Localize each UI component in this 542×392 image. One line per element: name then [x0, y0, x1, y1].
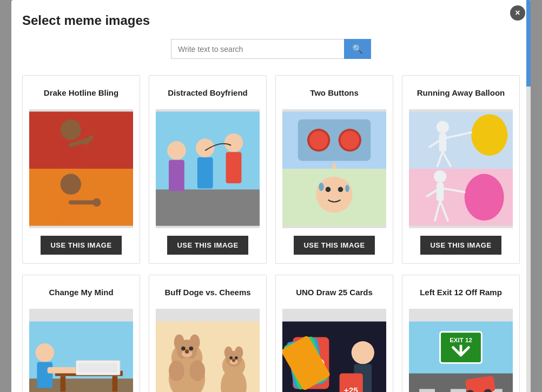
meme-card-uno: UNO Draw 25 Cards UNO	[275, 275, 393, 392]
svg-point-28	[345, 185, 349, 192]
meme-card-two-buttons: Two Buttons	[275, 75, 393, 264]
search-input[interactable]	[171, 39, 344, 59]
svg-point-15	[167, 141, 186, 160]
svg-rect-54	[78, 363, 117, 372]
use-image-button-running-away[interactable]: USE THIS IMAGE	[420, 236, 501, 255]
svg-rect-16	[169, 160, 184, 191]
svg-point-71	[229, 356, 233, 360]
svg-rect-88	[419, 389, 435, 392]
svg-point-74	[232, 359, 235, 362]
meme-title-drake: Drake Hotline Bling	[44, 82, 118, 103]
search-bar: 🔍	[22, 39, 520, 59]
svg-point-72	[235, 356, 238, 360]
svg-point-60	[181, 347, 186, 351]
meme-title-running-away: Running Away Balloon	[417, 82, 505, 103]
svg-rect-14	[197, 157, 213, 189]
use-image-button-two-buttons[interactable]: USE THIS IMAGE	[294, 236, 374, 255]
svg-point-39	[434, 170, 446, 183]
svg-rect-48	[61, 376, 66, 391]
search-button[interactable]: 🔍	[344, 39, 371, 59]
meme-image-drake	[29, 109, 133, 228]
meme-card-left-exit: Left Exit 12 Off Ramp	[402, 275, 520, 392]
meme-grid-row2: Change My Mind	[22, 275, 520, 392]
svg-rect-32	[439, 134, 446, 152]
meme-title-two-buttons: Two Buttons	[310, 82, 359, 103]
meme-image-uno: UNO +25	[282, 309, 386, 392]
svg-rect-12	[226, 152, 242, 183]
meme-card-drake: Drake Hotline Bling	[22, 75, 140, 264]
meme-image-running-away	[409, 109, 513, 228]
svg-point-50	[36, 343, 55, 362]
modal-title: Select meme images	[22, 13, 520, 28]
use-image-button-drake[interactable]: USE THIS IMAGE	[41, 236, 121, 255]
svg-point-24	[316, 176, 352, 212]
svg-point-5	[61, 174, 81, 195]
svg-point-13	[196, 138, 215, 157]
svg-rect-40	[437, 183, 444, 201]
meme-card-running-away: Running Away Balloon	[402, 75, 520, 264]
meme-image-change-mind	[29, 309, 133, 392]
svg-rect-89	[451, 389, 466, 392]
meme-card-buff-doge: Buff Doge vs. Cheems	[149, 275, 267, 392]
meme-card-distracted: Distracted Boyfriend	[149, 75, 267, 264]
svg-rect-51	[37, 362, 52, 388]
meme-image-left-exit: EXIT 12	[409, 309, 513, 392]
scrollbar[interactable]	[526, 0, 531, 392]
svg-point-8	[92, 198, 101, 207]
svg-point-61	[189, 347, 193, 351]
meme-title-left-exit: Left Exit 12 Off Ramp	[420, 282, 502, 302]
svg-point-2	[61, 119, 81, 140]
svg-point-38	[465, 174, 504, 221]
svg-point-66	[189, 361, 205, 381]
modal: × Select meme images 🔍 Drake Hotline Bli…	[11, 0, 531, 392]
svg-point-30	[471, 114, 507, 156]
svg-rect-6	[61, 195, 81, 221]
meme-image-buff-doge	[156, 309, 260, 392]
search-icon: 🔍	[352, 44, 363, 54]
svg-point-31	[437, 121, 449, 134]
modal-overlay: × Select meme images 🔍 Drake Hotline Bli…	[0, 0, 542, 392]
svg-text:EXIT 12: EXIT 12	[450, 337, 472, 343]
svg-rect-10	[156, 189, 260, 225]
scrollbar-thumb[interactable]	[526, 0, 531, 87]
svg-rect-49	[113, 376, 118, 391]
svg-point-22	[341, 131, 360, 150]
use-image-button-distracted[interactable]: USE THIS IMAGE	[167, 236, 248, 255]
svg-text:+25: +25	[344, 386, 359, 392]
svg-point-27	[319, 183, 324, 191]
meme-image-two-buttons	[282, 109, 386, 228]
close-button[interactable]: ×	[510, 5, 525, 21]
meme-image-distracted	[156, 109, 260, 228]
meme-title-distracted: Distracted Boyfriend	[168, 82, 248, 103]
meme-title-change-mind: Change My Mind	[49, 282, 113, 302]
svg-point-20	[309, 131, 328, 150]
svg-point-65	[169, 361, 184, 381]
meme-grid-row1: Drake Hotline Bling	[22, 75, 520, 264]
svg-point-26	[338, 187, 343, 192]
svg-point-63	[185, 349, 189, 354]
svg-point-11	[224, 134, 243, 152]
meme-title-buff-doge: Buff Doge vs. Cheems	[164, 282, 250, 302]
meme-card-change-mind: Change My Mind	[22, 275, 140, 392]
meme-title-uno: UNO Draw 25 Cards	[296, 282, 373, 302]
svg-point-25	[326, 187, 331, 192]
svg-point-82	[352, 341, 374, 364]
